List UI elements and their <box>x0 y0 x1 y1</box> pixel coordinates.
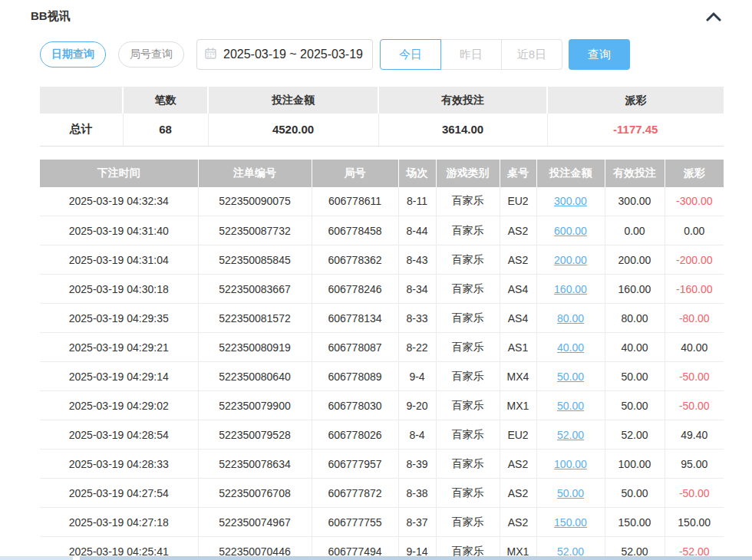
cell-game-type: 百家乐 <box>436 508 500 537</box>
cell-payout: -160.00 <box>665 275 724 304</box>
quick-range-yesterday[interactable]: 昨日 <box>440 39 502 70</box>
cell-round-id: 606777755 <box>312 508 398 537</box>
bet-amount-link[interactable]: 600.00 <box>536 216 605 245</box>
cell-session: 8-4 <box>398 420 436 450</box>
cell-valid-bet: 80.00 <box>605 304 665 333</box>
cell-bet-time: 2025-03-19 04:28:33 <box>40 450 198 479</box>
date-range-value: 2025-03-19 ~ 2025-03-19 <box>223 48 363 61</box>
bet-amount-link[interactable]: 80.00 <box>536 304 605 333</box>
cell-session: 8-38 <box>398 479 436 508</box>
cell-payout: -50.00 <box>665 479 724 508</box>
cell-bet-id: 522350087732 <box>198 216 312 245</box>
cell-bet-id: 522350079528 <box>198 420 312 450</box>
cell-bet-time: 2025-03-19 04:27:54 <box>40 479 198 508</box>
search-button[interactable]: 查询 <box>569 39 630 70</box>
bet-amount-link[interactable]: 52.00 <box>536 420 605 450</box>
bet-amount-link[interactable]: 50.00 <box>536 479 605 508</box>
cell-session: 8-34 <box>398 275 436 304</box>
cell-table-no: MX1 <box>500 391 536 420</box>
summary-header-empty <box>40 87 123 114</box>
summary-header-valid-bet: 有效投注 <box>378 87 547 114</box>
table-row: 2025-03-19 04:32:34 522350090075 6067786… <box>40 187 724 216</box>
cell-bet-time: 2025-03-19 04:31:04 <box>40 245 198 275</box>
summary-table: 笔数 投注金额 有效投注 派彩 总计 68 4520.00 3614.00 -1… <box>40 87 724 147</box>
cell-payout: 40.00 <box>665 333 724 362</box>
table-row: 2025-03-19 04:29:35 522350081572 6067781… <box>40 304 724 333</box>
summary-header-payout: 派彩 <box>547 87 724 114</box>
bet-amount-link[interactable]: 50.00 <box>536 391 605 420</box>
cell-payout: 49.40 <box>665 420 724 450</box>
summary-total-bet-amount: 4520.00 <box>208 114 378 146</box>
cell-game-type: 百家乐 <box>436 420 500 450</box>
bet-amount-link[interactable]: 50.00 <box>536 362 605 391</box>
tab-round-query[interactable]: 局号查询 <box>118 41 184 68</box>
quick-range-last8days[interactable]: 近8日 <box>501 39 562 70</box>
bet-amount-link[interactable]: 40.00 <box>536 333 605 362</box>
cell-bet-id: 522350085845 <box>198 245 312 275</box>
cell-bet-time: 2025-03-19 04:32:34 <box>40 187 198 216</box>
header-valid-bet: 有效投注 <box>605 160 665 187</box>
cell-table-no: EU2 <box>500 420 536 450</box>
cell-round-id: 606778026 <box>312 420 398 450</box>
horizontal-scrollbar[interactable] <box>0 556 752 560</box>
cell-table-no: AS4 <box>500 304 536 333</box>
cell-session: 8-43 <box>398 245 436 275</box>
cell-table-no: AS2 <box>500 450 536 479</box>
collapse-button[interactable] <box>706 9 721 25</box>
chevron-up-icon <box>706 11 721 24</box>
cell-session: 8-33 <box>398 304 436 333</box>
cell-round-id: 606777957 <box>312 450 398 479</box>
scrollbar-thumb[interactable] <box>80 556 752 560</box>
cell-bet-id: 522350074967 <box>198 508 312 537</box>
cell-bet-time: 2025-03-19 04:29:35 <box>40 304 198 333</box>
cell-payout: -50.00 <box>665 362 724 391</box>
header-table-no: 桌号 <box>500 160 536 187</box>
header-bet-amount: 投注金额 <box>536 160 605 187</box>
cell-payout: -300.00 <box>665 187 724 216</box>
page-header: BB视讯 <box>0 0 752 25</box>
cell-round-id: 606777872 <box>312 479 398 508</box>
bet-amount-link[interactable]: 160.00 <box>536 275 605 304</box>
calendar-icon <box>205 48 216 62</box>
cell-bet-time: 2025-03-19 04:27:18 <box>40 508 198 537</box>
table-row: 2025-03-19 04:31:04 522350085845 6067783… <box>40 245 724 275</box>
cell-game-type: 百家乐 <box>436 362 500 391</box>
summary-header-count: 笔数 <box>123 87 208 114</box>
cell-valid-bet: 200.00 <box>605 245 665 275</box>
cell-round-id: 606778087 <box>312 333 398 362</box>
cell-session: 8-11 <box>398 187 436 216</box>
cell-game-type: 百家乐 <box>436 275 500 304</box>
summary-total-label: 总计 <box>40 114 123 146</box>
table-row: 2025-03-19 04:29:21 522350080919 6067780… <box>40 333 724 362</box>
cell-bet-time: 2025-03-19 04:31:40 <box>40 216 198 245</box>
page-title: BB视讯 <box>31 9 71 24</box>
cell-round-id: 606778246 <box>312 275 398 304</box>
table-row: 2025-03-19 04:27:18 522350074967 6067777… <box>40 508 724 537</box>
cell-round-id: 606778611 <box>312 187 398 216</box>
cell-valid-bet: 50.00 <box>605 391 665 420</box>
cell-table-no: MX4 <box>500 362 536 391</box>
quick-range-today[interactable]: 今日 <box>380 39 441 70</box>
cell-table-no: AS2 <box>500 479 536 508</box>
bet-amount-link[interactable]: 150.00 <box>536 508 605 537</box>
cell-bet-id: 522350080919 <box>198 333 312 362</box>
tab-round-query-label: 局号查询 <box>130 48 173 61</box>
date-range-input[interactable]: 2025-03-19 ~ 2025-03-19 <box>196 39 373 70</box>
cell-valid-bet: 0.00 <box>605 216 665 245</box>
bet-amount-link[interactable]: 200.00 <box>536 245 605 275</box>
cell-bet-id: 522350076708 <box>198 479 312 508</box>
cell-session: 9-20 <box>398 391 436 420</box>
table-row: 2025-03-19 04:29:02 522350079900 6067780… <box>40 391 724 420</box>
header-payout: 派彩 <box>665 160 724 187</box>
summary-header-bet-amount: 投注金额 <box>208 87 378 114</box>
scrollbar-track[interactable] <box>0 556 73 560</box>
tab-date-query[interactable]: 日期查询 <box>40 41 106 68</box>
bet-amount-link[interactable]: 300.00 <box>536 187 605 216</box>
header-bet-id: 注单编号 <box>198 160 312 187</box>
cell-valid-bet: 300.00 <box>605 187 665 216</box>
bet-amount-link[interactable]: 100.00 <box>536 450 605 479</box>
summary-total-valid-bet: 3614.00 <box>378 114 547 146</box>
cell-session: 8-37 <box>398 508 436 537</box>
cell-valid-bet: 50.00 <box>605 362 665 391</box>
cell-valid-bet: 160.00 <box>605 275 665 304</box>
